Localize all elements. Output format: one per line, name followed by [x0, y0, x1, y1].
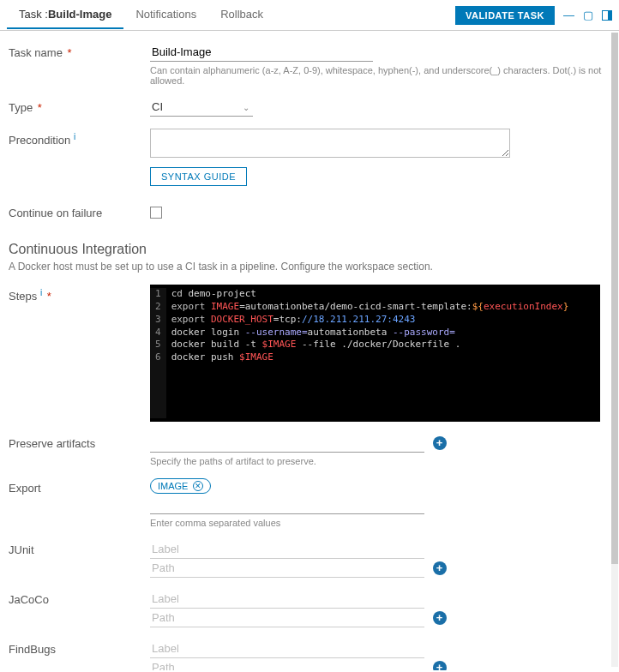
steps-label: Steps i * — [9, 285, 150, 422]
jacoco-path-input[interactable] — [150, 609, 424, 627]
ci-section-title: Continuous Integration — [9, 242, 610, 257]
continue-on-failure-label: Continue on failure — [9, 203, 150, 221]
scrollbar[interactable] — [611, 33, 618, 667]
junit-label: JUnit — [9, 540, 150, 578]
task-name-label-text: Task name — [9, 46, 63, 59]
type-value: CI — [152, 100, 163, 113]
chevron-down-icon: ⌄ — [243, 103, 249, 112]
precondition-input[interactable] — [150, 129, 510, 158]
add-jacoco-icon[interactable]: + — [433, 611, 447, 625]
required-star: * — [47, 290, 51, 303]
export-chip: IMAGE ✕ — [150, 478, 211, 494]
task-name-input[interactable] — [150, 43, 373, 62]
header-actions: VALIDATE TASK — ▢ — [455, 6, 612, 25]
type-label: Type * — [9, 98, 150, 117]
task-name-hint: Can contain alphanumeric (a-z, A-Z, 0-9)… — [150, 65, 610, 86]
precondition-label-text: Precondition — [9, 134, 70, 147]
ci-section-subtitle: A Docker host must be set up to use a CI… — [9, 261, 610, 273]
add-artifact-icon[interactable]: + — [433, 436, 447, 450]
header-bar: Task :Build-Image Notifications Rollback… — [0, 0, 619, 31]
export-label: Export — [9, 478, 150, 528]
tabs: Task :Build-Image Notifications Rollback — [7, 1, 275, 29]
info-icon[interactable]: i — [40, 288, 42, 297]
jacoco-label-input[interactable] — [150, 590, 424, 609]
steps-label-text: Steps — [9, 290, 37, 303]
task-name-label: Task name * — [9, 43, 150, 86]
export-chip-text: IMAGE — [158, 481, 188, 491]
scrollbar-thumb[interactable] — [611, 33, 618, 564]
type-label-text: Type — [9, 101, 33, 114]
tab-task-prefix: Task : — [19, 8, 48, 21]
remove-chip-icon[interactable]: ✕ — [193, 481, 203, 491]
gutter: 123456 — [150, 288, 166, 418]
required-star: * — [68, 46, 72, 59]
preserve-artifacts-hint: Specify the paths of artifact to preserv… — [150, 456, 610, 466]
tab-task-name: Build-Image — [48, 8, 111, 21]
export-input-line[interactable] — [150, 499, 424, 514]
add-findbugs-icon[interactable]: + — [433, 661, 447, 671]
jacoco-label: JaCoCo — [9, 590, 150, 627]
junit-path-input[interactable] — [150, 559, 424, 578]
findbugs-label-input[interactable] — [150, 639, 424, 658]
type-select[interactable]: CI ⌄ — [150, 98, 253, 117]
minimize-icon[interactable]: — — [563, 9, 574, 21]
findbugs-path-input[interactable] — [150, 658, 424, 670]
validate-task-button[interactable]: VALIDATE TASK — [455, 6, 555, 25]
tab-task[interactable]: Task :Build-Image — [7, 1, 123, 29]
continue-on-failure-checkbox[interactable] — [150, 207, 162, 219]
info-icon[interactable]: i — [74, 132, 75, 141]
code-lines: cd demo-project export IMAGE=automationb… — [166, 288, 569, 418]
required-star: * — [38, 101, 42, 114]
precondition-label: Precondition i — [9, 129, 150, 186]
tab-rollback[interactable]: Rollback — [208, 1, 275, 29]
preserve-artifacts-label: Preserve artifacts — [9, 434, 150, 466]
syntax-guide-button[interactable]: SYNTAX GUIDE — [150, 167, 247, 186]
preserve-artifacts-input[interactable] — [150, 434, 424, 453]
export-hint: Enter comma separated values — [150, 518, 610, 528]
steps-code-editor[interactable]: 123456 cd demo-project export IMAGE=auto… — [150, 285, 600, 422]
maximize-icon[interactable]: ▢ — [583, 9, 593, 21]
tab-notifications[interactable]: Notifications — [123, 1, 208, 29]
findbugs-label: FindBugs — [9, 639, 150, 670]
dock-icon[interactable] — [602, 10, 612, 21]
add-junit-icon[interactable]: + — [433, 561, 447, 575]
junit-label-input[interactable] — [150, 540, 424, 559]
content-area: Task name * Can contain alphanumeric (a-… — [0, 31, 619, 670]
